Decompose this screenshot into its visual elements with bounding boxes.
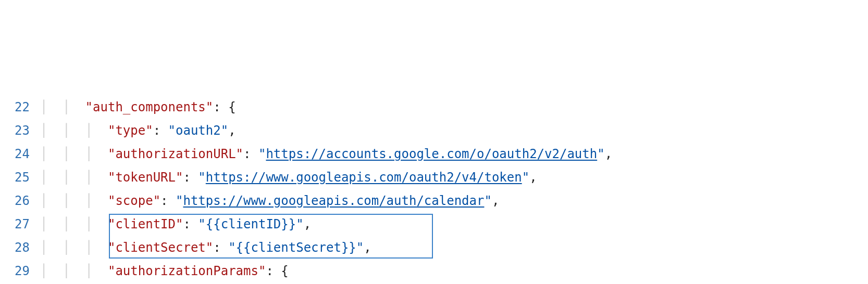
punctuation: :: [160, 193, 176, 208]
indent-guide: │ │ │: [40, 170, 108, 185]
code-line[interactable]: │ │ "auth_components": {: [40, 96, 612, 119]
code-editor: 222324252627282930313233 │ │ "auth_compo…: [0, 94, 868, 284]
json-key: "clientID": [108, 217, 183, 231]
json-key: "auth_components": [85, 100, 214, 114]
json-key: "clientSecret": [108, 240, 213, 255]
json-string: ": [258, 147, 266, 161]
json-string: ": [198, 170, 205, 185]
code-line[interactable]: │ │ │ "clientID": "{{clientID}}",: [40, 213, 612, 236]
json-key: "type": [108, 123, 153, 138]
indent-guide: │ │ │: [40, 264, 108, 278]
json-string: "{{clientID}}": [198, 217, 303, 231]
line-number-gutter: 222324252627282930313233: [0, 94, 40, 284]
code-content[interactable]: │ │ "auth_components": {│ │ │ "type": "o…: [40, 94, 612, 284]
line-number: 26: [15, 189, 30, 213]
indent-guide: │ │ │: [40, 217, 108, 231]
json-key: "authorizationURL": [108, 147, 243, 161]
json-string: ": [522, 170, 529, 185]
line-number: 22: [15, 96, 30, 119]
code-line[interactable]: │ │ │ "clientSecret": "{{clientSecret}}"…: [40, 236, 612, 260]
punctuation: :: [183, 170, 198, 185]
json-string: ": [176, 193, 183, 208]
punctuation: ,: [304, 217, 311, 231]
json-key: "authorizationParams": [108, 264, 266, 278]
indent-guide: │ │ │: [40, 193, 108, 208]
line-number: 23: [15, 119, 30, 143]
code-line[interactable]: │ │ │ "type": "oauth2",: [40, 119, 612, 143]
punctuation: : {: [213, 100, 235, 114]
json-string: ": [597, 147, 604, 161]
json-key: "tokenURL": [108, 170, 183, 185]
json-string: "{{clientSecret}}": [228, 240, 364, 255]
line-number: 27: [15, 213, 30, 236]
url-link[interactable]: https://www.googleapis.com/auth/calendar: [183, 193, 484, 208]
indent-guide: │ │: [40, 100, 85, 114]
line-number: 24: [15, 143, 30, 166]
line-number: 28: [15, 236, 30, 260]
code-line[interactable]: │ │ │ "tokenURL": "https://www.googleapi…: [40, 166, 612, 189]
code-line[interactable]: │ │ │ "authorizationURL": "https://accou…: [40, 143, 612, 166]
punctuation: ,: [228, 123, 235, 138]
json-string: ": [484, 193, 491, 208]
punctuation: ,: [364, 240, 371, 255]
punctuation: ,: [605, 147, 612, 161]
punctuation: :: [213, 240, 228, 255]
line-number: 25: [15, 166, 30, 189]
code-line[interactable]: │ │ │ "authorizationParams": {: [40, 260, 612, 283]
indent-guide: │ │ │: [40, 240, 108, 255]
code-line[interactable]: │ │ │ "scope": "https://www.googleapis.c…: [40, 189, 612, 213]
url-link[interactable]: https://www.googleapis.com/oauth2/v4/tok…: [206, 170, 522, 185]
json-key: "scope": [108, 193, 160, 208]
punctuation: :: [153, 123, 168, 138]
punctuation: :: [243, 147, 258, 161]
punctuation: : {: [266, 264, 288, 278]
punctuation: ,: [492, 193, 499, 208]
punctuation: :: [183, 217, 198, 231]
line-number: 29: [15, 260, 30, 283]
url-link[interactable]: https://accounts.google.com/o/oauth2/v2/…: [266, 147, 597, 161]
json-string: "oauth2": [168, 123, 229, 138]
punctuation: ,: [529, 170, 537, 185]
indent-guide: │ │ │: [40, 123, 108, 138]
indent-guide: │ │ │: [40, 147, 108, 161]
